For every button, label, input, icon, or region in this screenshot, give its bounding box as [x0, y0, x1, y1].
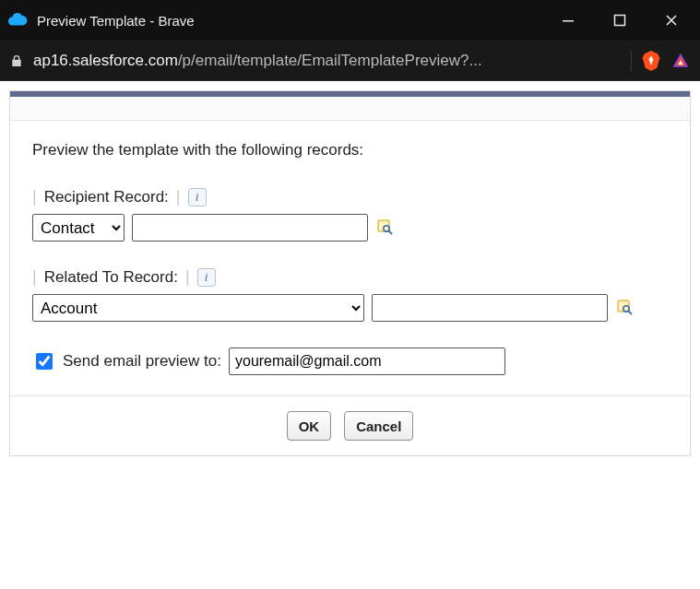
page-heading: Preview the template with the following …: [32, 141, 668, 159]
recipient-value-input[interactable]: [132, 214, 368, 241]
minimize-button[interactable]: [547, 0, 589, 41]
separator: |: [32, 187, 37, 206]
send-preview-label: Send email preview to:: [63, 352, 221, 371]
send-preview-email-input[interactable]: [229, 348, 505, 375]
page-content: Preview the template with the following …: [0, 81, 700, 465]
recipient-controls: Contact: [32, 214, 668, 241]
card-spacer: [10, 97, 690, 121]
url-host: ap16.salesforce.com: [33, 52, 178, 69]
related-label: Related To Record:: [44, 268, 178, 287]
recipient-label-row: | Recipient Record: | i: [32, 187, 668, 206]
lock-icon: [9, 53, 24, 68]
recipient-label: Recipient Record:: [44, 188, 169, 206]
related-controls: Account: [32, 294, 668, 322]
separator: |: [32, 267, 37, 287]
info-icon[interactable]: i: [197, 268, 216, 287]
separator: [631, 51, 632, 71]
related-label-row: | Related To Record: | i: [32, 267, 668, 287]
send-preview-checkbox[interactable]: [36, 353, 53, 370]
lookup-icon[interactable]: [375, 218, 396, 238]
separator: |: [176, 187, 181, 206]
preview-card: Preview the template with the following …: [9, 90, 691, 456]
svg-rect-1: [615, 16, 625, 26]
url-display[interactable]: ap16.salesforce.com/p/email/template/Ema…: [33, 52, 622, 70]
separator: |: [185, 267, 190, 287]
salesforce-cloud-icon: [7, 10, 28, 30]
maximize-button[interactable]: [599, 0, 641, 41]
svg-rect-0: [563, 20, 574, 22]
cancel-button[interactable]: Cancel: [344, 411, 413, 441]
card-body: Preview the template with the following …: [10, 121, 690, 396]
card-footer: OK Cancel: [10, 396, 690, 455]
ok-button[interactable]: OK: [287, 411, 332, 441]
info-icon[interactable]: i: [188, 188, 207, 206]
related-type-select[interactable]: Account: [32, 294, 364, 322]
send-preview-row: Send email preview to:: [32, 348, 668, 375]
address-bar[interactable]: ap16.salesforce.com/p/email/template/Ema…: [0, 41, 700, 81]
svg-line-4: [389, 231, 393, 235]
window-titlebar: Preview Template - Brave: [0, 0, 700, 41]
recipient-type-select[interactable]: Contact: [32, 214, 125, 241]
lookup-icon[interactable]: [615, 298, 635, 318]
url-path: /p/email/template/EmailTemplatePreview?.…: [178, 52, 482, 69]
brave-icon[interactable]: [641, 51, 661, 71]
window-title: Preview Template - Brave: [37, 13, 547, 29]
related-value-input[interactable]: [372, 294, 608, 322]
window-controls: [547, 0, 693, 41]
svg-line-7: [629, 312, 633, 315]
close-button[interactable]: [650, 0, 693, 41]
bat-icon[interactable]: [670, 51, 691, 71]
